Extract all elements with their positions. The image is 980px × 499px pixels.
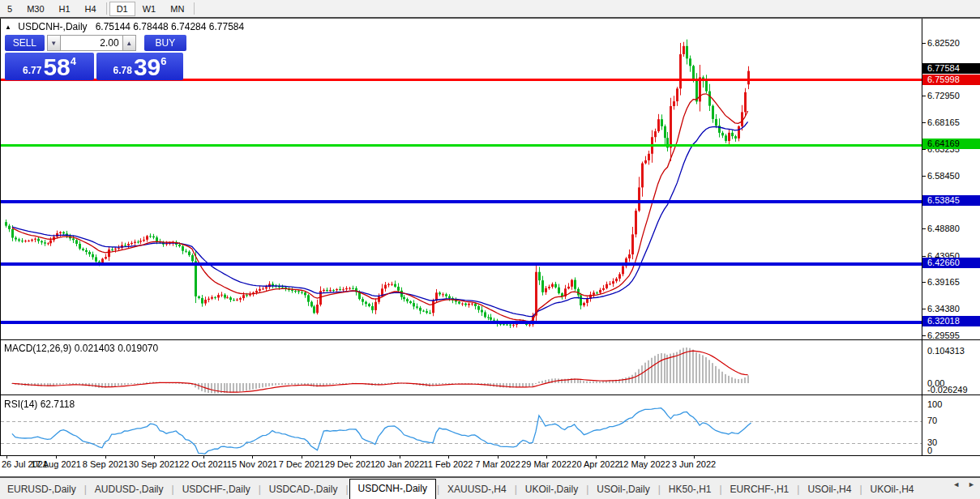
tab-scroll-right-icon[interactable]: ►	[968, 480, 975, 488]
chart-tab-usoilh4[interactable]: USOil-,H4	[800, 480, 858, 499]
chart-tab-usdchfdaily[interactable]: USDCHF-,Daily	[175, 480, 258, 499]
date-tick-mark	[252, 455, 253, 458]
chart-tab-eurusddaily[interactable]: EURUSD-,Daily	[0, 480, 83, 499]
chart-left-border	[0, 19, 1, 455]
price-tick-label: 6.68165	[927, 117, 960, 127]
tab-scroll-left-icon[interactable]: ◄	[952, 480, 960, 488]
price-tick-mark	[922, 149, 926, 150]
price-tick-label: 6.58450	[927, 171, 960, 181]
macd-signal-value: 0.019070	[118, 343, 158, 354]
buy-price-button[interactable]: 6.78 39 6	[96, 53, 183, 80]
chart-tab-ukoilh4[interactable]: UKOil-,H4	[863, 480, 922, 499]
date-tick-mark	[644, 455, 645, 458]
date-tick-mark	[596, 455, 597, 458]
rsi-value: 62.7118	[41, 399, 75, 410]
date-label: 29 Mar 2022	[521, 459, 571, 469]
chart-tab-hk50h1[interactable]: HK50-,H1	[661, 480, 719, 499]
price-tick-label: 6.29595	[927, 331, 960, 340]
sell-button[interactable]: SELL	[5, 35, 45, 51]
macd-label: MACD(12,26,9)	[4, 343, 71, 354]
one-click-trading-panel: SELL ▼ ▲ BUY 6.77 58 4 6.78 39 6	[5, 35, 186, 80]
date-tick-mark	[6, 455, 7, 458]
panel-separator	[0, 455, 980, 456]
price-tick-mark	[922, 228, 926, 229]
timeframe-h1[interactable]: H1	[52, 2, 78, 16]
date-label: 12 May 2022	[618, 459, 670, 469]
date-label: 30 Sep 2021	[129, 459, 179, 469]
timeframe-d1[interactable]: D1	[109, 2, 135, 16]
date-tick-mark	[154, 455, 155, 458]
trading-platform-window: 5M30H1H4D1W1MN ▲ USDCNH-,Daily 6.75144 6…	[0, 0, 980, 499]
chart-tab-eurchfh1[interactable]: EURCHF-,H1	[723, 480, 797, 499]
date-tick-mark	[302, 455, 302, 458]
timeframe-5[interactable]: 5	[0, 2, 19, 16]
date-label: 29 Dec 2021	[325, 459, 375, 469]
price-tick-label: 6.82520	[927, 38, 960, 48]
price-tick-label: 6.72950	[927, 91, 960, 100]
price-tick-mark	[922, 43, 926, 44]
date-tick-mark	[105, 455, 106, 458]
date-tick-mark	[203, 455, 204, 458]
chart-tab-usoildaily[interactable]: USOil-,Daily	[589, 480, 657, 499]
timeframe-mn[interactable]: MN	[163, 2, 191, 16]
price-tag-6.75998: 6.75998	[922, 75, 980, 85]
chart-title: USDCNH-,Daily	[18, 21, 87, 32]
panel-separator	[0, 395, 980, 395]
price-tick-label: 6.39165	[927, 277, 960, 287]
date-tick-mark	[400, 455, 400, 458]
macd-main-value: 0.021403	[75, 343, 115, 354]
timeframe-toolbar: 5M30H1H4D1W1MN	[0, 0, 980, 19]
date-label: 3 Jun 2022	[672, 459, 716, 469]
chart-tab-usdcaddaily[interactable]: USDCAD-,Daily	[262, 480, 345, 499]
collapse-icon[interactable]: ▲	[5, 23, 11, 31]
price-tick-mark	[922, 335, 926, 336]
price-tick-label: 6.48880	[927, 224, 960, 233]
rsi-axis-label: 0	[927, 446, 932, 455]
buy-button[interactable]: BUY	[144, 35, 186, 51]
price-tick-mark	[922, 96, 926, 96]
sell-price-button[interactable]: 6.77 58 4	[5, 53, 94, 80]
rsi-axis-label: 100	[927, 399, 942, 409]
date-label: 7 Dec 2021	[279, 459, 324, 469]
price-tag-6.64169: 6.64169	[922, 139, 980, 149]
timeframe-w1[interactable]: W1	[135, 2, 164, 16]
price-tick-mark	[922, 122, 926, 123]
chart-tab-xauusdh4[interactable]: XAUUSD-,H4	[440, 480, 514, 499]
price-tag-6.42660: 6.42660	[922, 258, 980, 268]
date-label: 11 Feb 2022	[424, 459, 473, 469]
rsi-axis-label: 70	[927, 416, 937, 425]
volume-decrease-button[interactable]: ▼	[47, 35, 61, 51]
date-tick-mark	[56, 455, 57, 458]
price-tag-6.32018: 6.32018	[922, 316, 980, 326]
timeframe-h4[interactable]: H4	[78, 2, 104, 16]
chart-tab-bar: EURUSD-,Daily|AUDUSD-,Daily|USDCHF-,Dail…	[0, 476, 980, 499]
toolbar-separator	[106, 2, 107, 15]
chart-tab-ukoildaily[interactable]: UKOil-,Daily	[518, 480, 585, 499]
volume-increase-button[interactable]: ▲	[122, 35, 136, 51]
rsi-label-row: RSI(14) 62.7118	[4, 399, 75, 410]
date-label: 8 Sep 2021	[83, 459, 128, 469]
volume-stepper: ▼ ▲	[47, 35, 136, 51]
date-tick-mark	[498, 455, 499, 458]
date-label: 7 Mar 2022	[475, 459, 520, 469]
date-label: 22 Oct 2021	[179, 459, 228, 469]
macd-axis-label: 0.104313	[927, 346, 965, 356]
price-tick-mark	[922, 176, 926, 177]
chart-tab-usdcnhdaily[interactable]: USDCNH-,Daily	[349, 479, 436, 499]
chart-tab-audusddaily[interactable]: AUDUSD-,Daily	[88, 480, 171, 499]
sell-price-small: 6.77	[23, 65, 41, 76]
chart-header: ▲ USDCNH-,Daily 6.75144 6.78448 6.74284 …	[5, 21, 244, 32]
macd-label-row: MACD(12,26,9) 0.021403 0.019070	[4, 343, 158, 354]
date-label: 15 Nov 2021	[227, 459, 277, 469]
macd-axis-label: -0.026249	[927, 385, 968, 395]
sell-price-sup: 4	[71, 55, 76, 67]
price-tick-mark	[922, 282, 926, 283]
tab-scroll-arrows: ◄ ►	[952, 480, 975, 488]
volume-input[interactable]	[61, 35, 122, 51]
rsi-canvas[interactable]	[1, 396, 922, 455]
panel-separator	[0, 339, 980, 340]
date-label: 20 Apr 2022	[571, 459, 619, 469]
timeframe-m30[interactable]: M30	[19, 2, 51, 16]
date-label: 17 Aug 2021	[31, 459, 81, 469]
toolbar-separator	[194, 2, 195, 15]
